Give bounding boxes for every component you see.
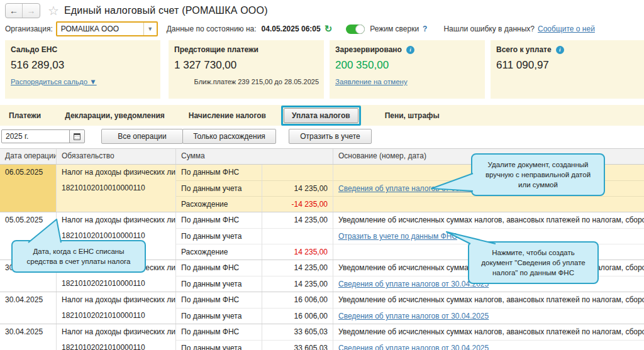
reflect-in-accounting-button[interactable]: Отразить в учете xyxy=(289,129,372,144)
cell-sum-value[interactable] xyxy=(262,165,333,180)
card-reserved-value: 200 350,00 xyxy=(335,59,480,72)
cell-sum-value[interactable]: 33 605,03 xyxy=(262,324,333,340)
calendar-icon xyxy=(74,133,80,140)
cell-sum-value[interactable]: 33 605,03 xyxy=(262,340,333,350)
cell-sum-label[interactable]: Расхождение xyxy=(176,244,262,260)
tab-strip: Платежи Декларации, уведомления Начислен… xyxy=(0,105,644,126)
col-header-sum[interactable]: Сумма xyxy=(176,149,333,164)
payment-info-document-link[interactable]: Сведения об уплате налогов от 06.05.2025 xyxy=(338,184,489,193)
help-icon[interactable]: ? xyxy=(423,25,427,33)
back-arrow-icon: ← xyxy=(9,6,18,16)
forward-button[interactable]: → xyxy=(23,4,40,18)
callout-delete-document: Удалите документ, созданный вручную с не… xyxy=(471,153,605,196)
col-header-date[interactable]: Дата операции xyxy=(0,149,57,164)
info-icon[interactable]: i xyxy=(406,46,414,54)
error-prompt: Нашли ошибку в данных? xyxy=(443,25,535,33)
tab-penalties[interactable]: Пени, штрафы xyxy=(385,111,440,120)
nav-button-group: ← → xyxy=(5,3,40,18)
dispose-balance-link[interactable]: Распорядиться сальдо ▼ xyxy=(11,78,97,85)
favorite-star-icon[interactable]: ☆ xyxy=(48,4,59,17)
card-upcoming-payments: Предстоящие платежи 1 327 730,00 Ближ.пл… xyxy=(169,40,324,99)
cell-discrepancy-value[interactable]: -14 235,00 xyxy=(262,196,333,212)
cell-kbk[interactable]: 18210102021010000110 xyxy=(57,308,176,324)
callout-date-info: Дата, когда с ЕНС списаны средства в сче… xyxy=(11,240,146,273)
callout-create-document: Нажмите, чтобы создать документ "Сведени… xyxy=(468,241,599,284)
cell-basis[interactable]: Уведомление об исчисленных суммах налого… xyxy=(333,292,644,308)
cell-sum-label[interactable]: По данным ФНС xyxy=(176,165,262,180)
tab-tax-payment[interactable]: Уплата налогов xyxy=(284,108,358,123)
cell-kbk[interactable]: 18210102021010000110 xyxy=(57,276,176,292)
cell-basis[interactable] xyxy=(333,196,644,212)
cell-sum-value[interactable]: 14 235,00 xyxy=(262,260,333,276)
table-row-group: 30.04.2025 Налог на доходы физических ли… xyxy=(0,292,644,324)
cell-kbk[interactable]: 18210102021010000110 xyxy=(57,340,176,350)
forward-arrow-icon: → xyxy=(27,6,36,16)
cell-sum-label[interactable]: По данным учета xyxy=(176,308,262,324)
calendar-button[interactable] xyxy=(69,129,85,143)
cell-basis[interactable]: Уведомление об исчисленных суммах налого… xyxy=(333,324,644,340)
back-button[interactable]: ← xyxy=(6,4,23,18)
tab-declarations[interactable]: Декларации, уведомления xyxy=(65,111,165,120)
organization-value: РОМАШКА ООО xyxy=(57,25,143,33)
cell-sum-value[interactable]: 14 235,00 xyxy=(262,212,333,228)
payment-info-document-link[interactable]: Сведения об уплате налогов от 30.04.2025 xyxy=(338,344,489,350)
card-total-due-value: 611 090,97 xyxy=(496,59,639,72)
organization-select[interactable]: РОМАШКА ООО ▼ xyxy=(56,21,158,36)
payment-info-document-link[interactable]: Сведения об уплате налогов от 30.04.2025 xyxy=(338,312,489,320)
page-title: Единый налоговый счет (РОМАШКА ООО) xyxy=(64,5,268,16)
only-discrepancies-button[interactable]: Только расхождения xyxy=(182,129,276,144)
refresh-icon[interactable]: ↻ xyxy=(325,25,333,33)
cell-obligation[interactable]: Налог на доходы физических лиц xyxy=(57,165,176,180)
period-input[interactable] xyxy=(1,129,73,143)
table-row-group: 30.04.2025 Налог на доходы физических ли… xyxy=(0,324,644,350)
cell-operation-date[interactable]: 06.05.2025 xyxy=(0,165,57,212)
payment-info-document-link[interactable]: Сведения об уплате налогов от 30.04.2025 xyxy=(338,280,489,288)
report-error-link[interactable]: Сообщите о ней xyxy=(538,25,595,33)
col-header-obligation[interactable]: Обязательство xyxy=(57,149,176,164)
cell-sum-label[interactable]: По данным ФНС xyxy=(176,292,262,308)
cell-obligation[interactable]: Налог на доходы физических лиц xyxy=(57,212,176,228)
cell-sum-value[interactable]: 16 006,00 xyxy=(262,308,333,324)
cell-sum-label[interactable]: По данным ФНС xyxy=(176,212,262,228)
card-reserved-title: Зарезервировано xyxy=(335,45,402,54)
cell-obligation[interactable]: Налог на доходы физических лиц xyxy=(57,324,176,340)
card-balance-title: Сальдо ЕНС xyxy=(11,45,155,54)
cell-basis: Сведения об уплате налогов от 30.04.2025 xyxy=(333,340,644,350)
cell-sum-label[interactable]: По данным ФНС xyxy=(176,324,262,340)
cell-sum-label[interactable]: Расхождение xyxy=(176,196,262,212)
filter-row: Организация: РОМАШКА ООО ▼ Данные по сос… xyxy=(5,21,640,37)
cell-basis[interactable]: Уведомление об исчисленных суммах налого… xyxy=(333,212,644,228)
cell-kbk[interactable]: 18210102010010000110 xyxy=(57,180,176,196)
cell-sum-label[interactable]: По данным учета xyxy=(176,340,262,350)
card-balance: Сальдо ЕНС 516 289,03 Распорядиться саль… xyxy=(5,40,160,99)
cell-discrepancy-value[interactable]: 14 235,00 xyxy=(262,244,333,260)
all-operations-button[interactable]: Все операции xyxy=(101,129,183,144)
reflect-by-fns-data-link[interactable]: Отразить в учете по данным ФНС xyxy=(338,232,457,241)
selected-tab-highlight: Уплата налогов xyxy=(281,106,361,126)
cell-sum-label[interactable]: По данным учета xyxy=(176,180,262,196)
cell-sum-label[interactable]: По данным ФНС xyxy=(176,260,262,276)
toolbar: Все операции Только расхождения Отразить… xyxy=(0,128,644,146)
as-of-label: Данные по состоянию на: xyxy=(167,25,257,33)
cell-sum-value[interactable]: 14 235,00 xyxy=(262,276,333,292)
info-icon[interactable]: i xyxy=(556,46,564,54)
cell-sum-value[interactable] xyxy=(262,228,333,244)
cell-sum-label[interactable]: По данным учета xyxy=(176,276,262,292)
card-balance-value: 516 289,03 xyxy=(11,59,155,72)
as-of-value: 04.05.2025 06:05 xyxy=(262,25,321,33)
cell-obligation-empty[interactable] xyxy=(57,196,176,212)
card-upcoming-value: 1 327 730,00 xyxy=(174,59,319,72)
window-header: ← → ☆ Единый налоговый счет (РОМАШКА ООО… xyxy=(5,3,268,19)
cell-sum-value[interactable]: 14 235,00 xyxy=(262,180,333,196)
tab-payments[interactable]: Платежи xyxy=(9,111,41,120)
card-reserved: Зарезервированоi 200 350,00 Заявление на… xyxy=(330,40,485,99)
cell-sum-label[interactable]: По данным учета xyxy=(176,228,262,244)
cell-sum-value[interactable]: 16 006,00 xyxy=(262,292,333,308)
cell-operation-date[interactable]: 30.04.2025 xyxy=(0,324,57,350)
tab-tax-accrual[interactable]: Начисление налогов xyxy=(189,111,266,120)
reconcile-mode-toggle[interactable] xyxy=(346,25,365,34)
cell-obligation[interactable]: Налог на доходы физических лиц xyxy=(57,292,176,308)
cell-operation-date[interactable]: 30.04.2025 xyxy=(0,292,57,324)
chevron-down-icon[interactable]: ▼ xyxy=(143,23,157,35)
cancel-application-link[interactable]: Заявление на отмену xyxy=(335,78,408,85)
